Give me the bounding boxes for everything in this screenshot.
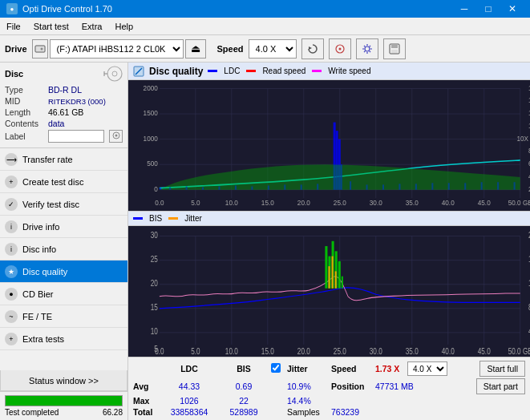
- disc-icon: [103, 66, 123, 82]
- upper-chart: 2000 1500 1000 500 0 18X 16X 14X 12X 10X…: [128, 80, 530, 212]
- legend-read-dot: [246, 70, 256, 72]
- svg-text:35.0: 35.0: [406, 348, 419, 357]
- nav-disc-quality-label: Disc quality: [22, 267, 67, 277]
- menu-file[interactable]: File: [0, 18, 27, 34]
- svg-text:20.0: 20.0: [297, 199, 310, 207]
- progress-bar-container: [5, 395, 123, 406]
- nav-extra-tests-label: Extra tests: [22, 334, 64, 344]
- svg-text:0: 0: [154, 185, 158, 193]
- menu-start-test[interactable]: Start test: [27, 18, 75, 34]
- minimize-button[interactable]: ─: [453, 0, 475, 18]
- avg-label: Avg: [133, 382, 162, 391]
- config-button[interactable]: [356, 38, 378, 59]
- legend-jitter-dot: [168, 217, 178, 220]
- nav-extra-tests[interactable]: + Extra tests: [0, 328, 127, 350]
- mid-label: MID: [5, 96, 45, 106]
- label-label: Label: [5, 131, 45, 141]
- charts-container: 2000 1500 1000 500 0 18X 16X 14X 12X 10X…: [128, 80, 530, 357]
- eject-button[interactable]: ⏏: [185, 39, 206, 59]
- fe-te-icon: ~: [5, 310, 18, 323]
- nav-create-test-disc[interactable]: + Create test disc: [0, 171, 127, 193]
- svg-text:1000: 1000: [144, 135, 159, 143]
- close-button[interactable]: ✕: [501, 0, 524, 18]
- svg-text:15: 15: [151, 304, 158, 313]
- content-area: Disc quality LDC Read speed Write speed: [128, 63, 530, 420]
- svg-text:2000: 2000: [144, 84, 159, 92]
- save-button[interactable]: [383, 38, 406, 59]
- main-layout: Disc Type BD-R DL MID RITEKDR3 (000) Len…: [0, 63, 530, 420]
- speed-header: Speed: [331, 364, 375, 374]
- length-label: Length: [5, 107, 45, 117]
- transfer-rate-icon: ⟶: [5, 153, 18, 166]
- create-test-disc-icon: +: [5, 176, 18, 188]
- progress-area: Test completed 66.28: [0, 391, 127, 420]
- position-label: Position: [331, 382, 375, 391]
- label-input[interactable]: [48, 130, 104, 143]
- svg-text:45.0: 45.0: [478, 348, 491, 357]
- length-value: 46.61 GB: [48, 107, 83, 117]
- max-jitter: 14.4%: [287, 396, 331, 406]
- menu-bar: File Start test Extra Help: [0, 18, 530, 35]
- cd-bier-icon: ●: [5, 288, 18, 301]
- status-window-button[interactable]: Status window >>: [0, 370, 127, 391]
- nav-transfer-rate-label: Transfer rate: [22, 155, 73, 164]
- jitter-checkbox[interactable]: [271, 363, 281, 373]
- nav-cd-bier[interactable]: ● CD Bier: [0, 283, 127, 305]
- drive-select[interactable]: (F:) ATAPI iHBS112 2 CL0K: [50, 39, 184, 59]
- disc-info-icon: i: [5, 243, 18, 256]
- avg-jitter: 10.9%: [287, 382, 331, 391]
- maximize-button[interactable]: □: [477, 0, 500, 18]
- svg-text:1500: 1500: [144, 109, 159, 117]
- svg-text:50.0 GB: 50.0 GB: [508, 199, 530, 207]
- contents-label: Contents: [5, 119, 45, 128]
- start-part-button[interactable]: Start part: [476, 378, 525, 394]
- svg-text:10.0: 10.0: [225, 348, 238, 357]
- start-full-button[interactable]: Start full: [479, 361, 525, 377]
- svg-rect-9: [391, 50, 398, 53]
- svg-text:0.0: 0.0: [155, 199, 164, 207]
- verify-test-disc-icon: ✓: [5, 198, 18, 211]
- speed-val-header: 1.73 X: [375, 364, 407, 374]
- lower-chart-legend-bar: BIS Jitter: [128, 212, 530, 226]
- legend-bis-dot: [133, 217, 143, 220]
- menu-help[interactable]: Help: [108, 18, 140, 34]
- type-label: Type: [5, 85, 45, 95]
- speed-select[interactable]: 4.0 X: [249, 39, 297, 59]
- title-bar: ● Opti Drive Control 1.70 ─ □ ✕: [0, 0, 530, 18]
- svg-text:45.0: 45.0: [478, 199, 491, 207]
- chart-title: Disc quality: [149, 66, 203, 77]
- svg-rect-85: [128, 226, 530, 357]
- nav-disc-info[interactable]: i Disc info: [0, 238, 127, 260]
- legend-ldc-label: LDC: [224, 67, 240, 75]
- nav-transfer-rate[interactable]: ⟶ Transfer rate: [0, 148, 127, 171]
- svg-text:500: 500: [147, 160, 158, 168]
- svg-text:30.0: 30.0: [370, 199, 382, 207]
- refresh-button[interactable]: [301, 38, 324, 59]
- status-window-label: Status window >>: [29, 376, 99, 386]
- nav-disc-quality[interactable]: ★ Disc quality: [0, 260, 127, 283]
- nav-items: ⟶ Transfer rate + Create test disc ✓ Ver…: [0, 148, 127, 370]
- label-icon-button[interactable]: [109, 130, 123, 143]
- bis-header: BIS: [216, 364, 271, 374]
- stats-speed-dropdown[interactable]: 4.0 X: [407, 361, 447, 376]
- drive-bar: Drive (F:) ATAPI iHBS112 2 CL0K ⏏ Speed …: [0, 35, 530, 63]
- stats-bar: LDC BIS Jitter Speed 1.73 X 4.0 X Start …: [128, 357, 530, 420]
- sidebar: Disc Type BD-R DL MID RITEKDR3 (000) Len…: [0, 63, 128, 420]
- nav-disc-info-label: Disc info: [22, 244, 56, 254]
- legend-bis-label: BIS: [149, 214, 162, 223]
- legend-write-label: Write speed: [328, 67, 370, 75]
- svg-point-5: [338, 47, 341, 50]
- menu-extra[interactable]: Extra: [75, 18, 109, 34]
- app-title: Opti Drive Control 1.70: [22, 4, 112, 14]
- total-label: Total: [133, 407, 162, 417]
- legend-ldc-dot: [208, 70, 217, 72]
- nav-drive-info[interactable]: i Drive info: [0, 216, 127, 238]
- svg-text:25.0: 25.0: [334, 199, 346, 207]
- nav-fe-te[interactable]: ~ FE / TE: [0, 305, 127, 328]
- disc-button[interactable]: [329, 38, 351, 59]
- nav-verify-test-disc[interactable]: ✓ Verify test disc: [0, 193, 127, 216]
- total-ldc: 33858364: [162, 407, 216, 417]
- svg-point-10: [107, 67, 122, 81]
- svg-rect-120: [335, 271, 337, 288]
- svg-text:40.0: 40.0: [442, 348, 455, 357]
